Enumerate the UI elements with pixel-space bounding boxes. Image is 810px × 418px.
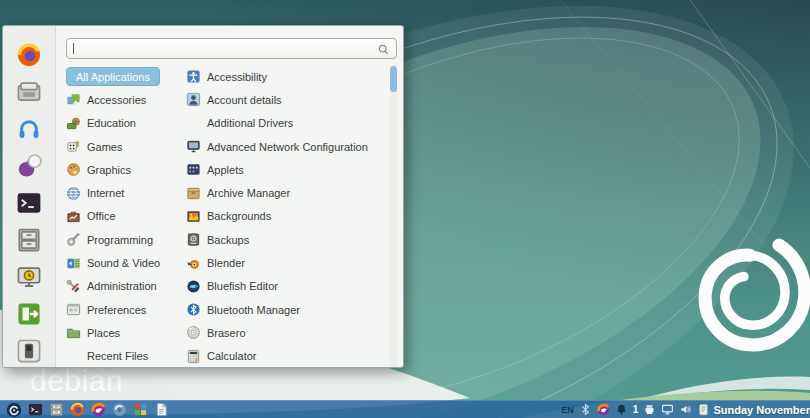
app-item-label: Brasero xyxy=(207,327,246,339)
programming-icon xyxy=(66,232,81,247)
network-config-icon xyxy=(186,139,201,154)
app-item-blender[interactable]: Blender xyxy=(186,251,387,274)
menu-button[interactable] xyxy=(6,402,22,418)
app-item-label: Accessibility xyxy=(207,71,267,83)
app-item-label: Advanced Network Configuration xyxy=(207,141,368,153)
backgrounds-icon xyxy=(186,209,201,224)
category-item-programming[interactable]: Programming xyxy=(66,228,186,251)
app-item-label: Account details xyxy=(207,94,282,106)
favorite-screensaver[interactable] xyxy=(16,264,42,290)
category-item-games[interactable]: Games xyxy=(66,135,186,158)
app-item-applets[interactable]: Applets xyxy=(186,158,387,181)
blue-orb-icon xyxy=(112,402,127,417)
application-menu: All ApplicationsAccessoriesEducationGame… xyxy=(2,25,404,368)
files-launcher[interactable] xyxy=(49,402,64,417)
calculator-icon xyxy=(186,349,201,364)
sound-video-icon xyxy=(66,256,81,271)
menu-icon xyxy=(6,402,22,418)
document-launcher[interactable] xyxy=(154,402,169,417)
notification-count[interactable]: 1 xyxy=(633,404,639,415)
category-item-education[interactable]: Education xyxy=(66,112,186,135)
favorite-terminal[interactable] xyxy=(16,190,42,216)
clipboard-tray[interactable] xyxy=(697,403,710,416)
favorite-audio-headset[interactable] xyxy=(16,116,42,142)
administration-icon xyxy=(66,279,81,294)
brasero-icon xyxy=(186,325,201,340)
accessibility-icon xyxy=(186,69,201,84)
app-item-label: Backgrounds xyxy=(207,210,271,222)
app-item-archive-manager[interactable]: Archive Manager xyxy=(186,181,387,204)
taskbar: EN1 Sunday November xyxy=(0,400,810,418)
volume-tray[interactable] xyxy=(679,403,692,416)
favorite-pidgin[interactable] xyxy=(16,153,42,179)
display-tray[interactable] xyxy=(661,403,674,416)
favorite-software-manager[interactable] xyxy=(16,79,42,105)
category-item-recent-files[interactable]: Recent Files xyxy=(66,345,186,368)
category-item-internet[interactable]: Internet xyxy=(66,181,186,204)
games-icon xyxy=(66,139,81,154)
headset-icon xyxy=(16,128,42,145)
app-item-label: Backups xyxy=(207,234,249,246)
app-item-account-details[interactable]: Account details xyxy=(186,88,387,111)
app-item-brasero[interactable]: Brasero xyxy=(186,321,387,344)
printer-tray[interactable] xyxy=(643,403,656,416)
printer-icon xyxy=(643,403,656,416)
thunderbird-launcher[interactable] xyxy=(91,402,106,417)
file-manager-icon xyxy=(49,402,64,417)
software-launcher[interactable] xyxy=(112,402,127,417)
notifications[interactable] xyxy=(615,403,628,416)
category-item-office[interactable]: Office xyxy=(66,205,186,228)
terminal-launcher[interactable] xyxy=(28,402,43,417)
app-item-backups[interactable]: Backups xyxy=(186,228,387,251)
category-list: All ApplicationsAccessoriesEducationGame… xyxy=(66,65,186,367)
app-item-additional-drivers[interactable]: Additional Drivers xyxy=(186,112,387,135)
taskbar-clock[interactable]: Sunday November xyxy=(713,404,810,416)
app-item-label: Applets xyxy=(207,164,244,176)
app-item-bluetooth-manager[interactable]: Bluetooth Manager xyxy=(186,298,387,321)
app-item-calculator[interactable]: Calculator xyxy=(186,345,387,368)
preferences-icon xyxy=(66,302,81,317)
category-item-all-applications[interactable]: All Applications xyxy=(66,65,186,88)
bluetooth-icon xyxy=(186,302,201,317)
category-item-label: Graphics xyxy=(87,164,131,176)
app-list-scrollbar[interactable] xyxy=(390,65,397,367)
terminal-icon xyxy=(28,402,43,417)
bluefish-icon xyxy=(186,279,201,294)
category-item-accessories[interactable]: Accessories xyxy=(66,88,186,111)
scrollbar-thumb[interactable] xyxy=(390,66,397,92)
favorite-firefox[interactable] xyxy=(16,42,42,68)
settings-launcher[interactable] xyxy=(133,402,148,417)
internet-icon xyxy=(66,186,81,201)
terminal-icon xyxy=(16,202,42,219)
keyboard-layout[interactable]: EN xyxy=(561,405,574,415)
app-item-label: Blender xyxy=(207,257,245,269)
category-item-label: Administration xyxy=(87,280,157,292)
category-item-sound-video[interactable]: Sound & Video xyxy=(66,251,186,274)
software-icon xyxy=(16,91,42,108)
search-icon xyxy=(377,42,390,55)
app-item-bluefish-editor[interactable]: Bluefish Editor xyxy=(186,275,387,298)
thunderbird-tray[interactable] xyxy=(597,403,610,416)
firefox-launcher[interactable] xyxy=(70,402,85,417)
accessories-icon xyxy=(66,92,81,107)
app-item-accessibility[interactable]: Accessibility xyxy=(186,65,387,88)
app-item-backgrounds[interactable]: Backgrounds xyxy=(186,205,387,228)
category-item-graphics[interactable]: Graphics xyxy=(66,158,186,181)
app-item-label: Bluetooth Manager xyxy=(207,304,300,316)
bluetooth-tray[interactable] xyxy=(579,403,592,416)
app-item-advanced-network-configuration[interactable]: Advanced Network Configuration xyxy=(186,135,387,158)
favorite-shutdown[interactable] xyxy=(16,338,42,364)
favorites-column xyxy=(3,26,56,367)
app-item-label: Bluefish Editor xyxy=(207,280,278,292)
category-item-administration[interactable]: Administration xyxy=(66,275,186,298)
category-item-label: Games xyxy=(87,141,122,153)
selected-category-label: All Applications xyxy=(66,67,160,86)
favorite-file-manager[interactable] xyxy=(16,227,42,253)
clipboard-icon xyxy=(697,403,710,416)
search-input[interactable] xyxy=(76,39,377,58)
category-item-preferences[interactable]: Preferences xyxy=(66,298,186,321)
favorite-logout[interactable] xyxy=(16,301,42,327)
logout-icon xyxy=(16,313,42,330)
blender-icon xyxy=(186,256,201,271)
category-item-places[interactable]: Places xyxy=(66,321,186,344)
